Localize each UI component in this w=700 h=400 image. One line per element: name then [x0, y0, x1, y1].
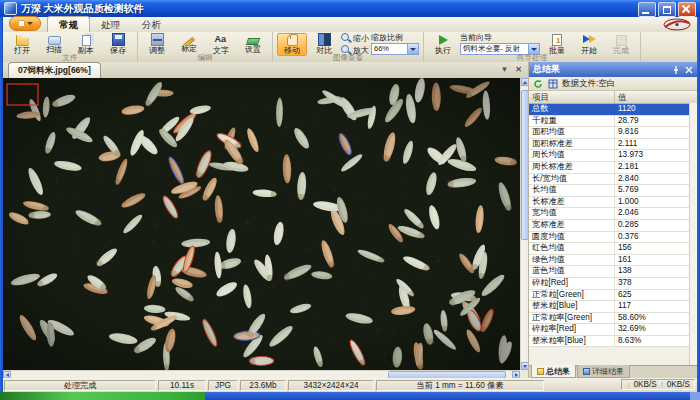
- results-table: 项目 值 总数1120千粒重28.79面积均值9.816面积标准差2.111周长…: [529, 91, 697, 365]
- result-row[interactable]: 面积均值9.816: [529, 127, 697, 139]
- ribbon: 打开扫描副本保存文件调整标定文字设置编辑移动对比缩小放大缩放比例66%图像查看执…: [3, 32, 697, 63]
- result-row[interactable]: 正常粒[Green]625: [529, 290, 697, 302]
- results-bottom-tabs: 总结果 详细结果: [529, 365, 697, 378]
- column-header-value[interactable]: 值: [615, 91, 697, 103]
- scanner-icon: [48, 36, 61, 45]
- tab-analysis[interactable]: 分析: [131, 17, 172, 32]
- result-row[interactable]: 周长均值13.973: [529, 150, 697, 162]
- result-row[interactable]: 绿色均值161: [529, 255, 697, 267]
- result-item-name: 长/宽均值: [529, 174, 615, 185]
- panel-close-icon[interactable]: [684, 65, 694, 75]
- result-row[interactable]: 宽均值2.046: [529, 208, 697, 220]
- brand-logo: [662, 17, 692, 32]
- minimize-button[interactable]: [638, 2, 656, 17]
- result-item-value: 58.60%: [615, 313, 697, 324]
- scanner-button[interactable]: 扫描: [39, 33, 69, 55]
- table-scrollbar-track[interactable]: [689, 103, 697, 365]
- result-item-name: 绿色均值: [529, 255, 615, 266]
- result-item-value: 13.973: [615, 150, 697, 161]
- open-folder-button[interactable]: 打开: [7, 32, 37, 56]
- result-item-value: 0.376: [615, 232, 697, 243]
- result-row[interactable]: 千粒重28.79: [529, 116, 697, 128]
- result-item-value: 2.181: [615, 162, 697, 173]
- eraser-button[interactable]: 设置: [238, 34, 268, 55]
- refresh-icon[interactable]: [532, 78, 544, 90]
- result-item-value: 0.285: [615, 220, 697, 231]
- result-item-name: 正常粒[Green]: [529, 290, 615, 301]
- status-segment: 23.6Mb: [240, 380, 286, 391]
- result-row[interactable]: 周长标准差2.181: [529, 162, 697, 174]
- result-row[interactable]: 长/宽均值2.840: [529, 174, 697, 186]
- result-row[interactable]: 长标准差1.000: [529, 197, 697, 209]
- tab-general[interactable]: 常规: [47, 16, 90, 32]
- result-item-name: 面积均值: [529, 127, 615, 138]
- result-row[interactable]: 红色均值156: [529, 243, 697, 255]
- ribbon-group-items: 调整标定文字设置: [142, 33, 268, 55]
- calibrate-button[interactable]: 标定: [174, 34, 204, 54]
- ribbon-tab-row: 常规 处理 分析: [3, 17, 697, 32]
- pin-icon[interactable]: [671, 65, 681, 75]
- window-title: 万深 大米外观品质检测软件: [21, 2, 144, 16]
- finish-icon: [616, 35, 627, 46]
- play-icon: [439, 35, 448, 45]
- scrollbar-corner: [520, 370, 528, 378]
- result-row[interactable]: 蓝色均值138: [529, 266, 697, 278]
- result-row[interactable]: 圆度均值0.376: [529, 232, 697, 244]
- result-row[interactable]: 整米粒率[Blue]8.63%: [529, 336, 697, 348]
- result-item-name: 面积标准差: [529, 139, 615, 150]
- image-viewer-pane: 07饲料米.jpg[66%] ▼ ✕: [3, 62, 528, 378]
- close-button[interactable]: [678, 2, 696, 17]
- result-item-name: 碎粒率[Red]: [529, 324, 615, 335]
- column-header-item[interactable]: 项目: [529, 91, 615, 103]
- image-document-tab[interactable]: 07饲料米.jpg[66%]: [8, 62, 101, 78]
- tab-close-icon[interactable]: ✕: [513, 64, 524, 75]
- save-button[interactable]: 保存: [103, 32, 133, 56]
- result-item-name: 千粒重: [529, 116, 615, 127]
- result-item-name: 整米粒[Blue]: [529, 301, 615, 312]
- tab-detail-label: 详细结果: [592, 366, 624, 377]
- result-row[interactable]: 面积标准差2.111: [529, 139, 697, 151]
- vertical-scrollbar[interactable]: [520, 78, 528, 370]
- small-button[interactable]: 缩小: [341, 33, 369, 43]
- application-menu-button[interactable]: [9, 16, 41, 31]
- result-row[interactable]: 整米粒[Blue]117: [529, 301, 697, 313]
- play-button[interactable]: 执行: [428, 33, 458, 56]
- hand-button[interactable]: 移动: [277, 33, 307, 56]
- horizontal-scrollbar[interactable]: [3, 370, 520, 378]
- resize-grip[interactable]: [690, 392, 700, 400]
- ribbon-group: 执行当前向导饲料米全要- 反射批量开始完成向导处理: [424, 32, 641, 62]
- combo-box[interactable]: 66%: [371, 43, 419, 55]
- combo-dropdown-icon[interactable]: [528, 44, 539, 54]
- result-row[interactable]: 长均值5.769: [529, 185, 697, 197]
- result-row[interactable]: 碎粒[Red]378: [529, 278, 697, 290]
- results-toolbar: 数据文件:空白: [529, 77, 697, 91]
- result-row[interactable]: 宽标准差0.285: [529, 220, 697, 232]
- result-item-value: 5.769: [615, 185, 697, 196]
- result-item-value: 2.840: [615, 174, 697, 185]
- result-row[interactable]: 正常粒率[Green]58.60%: [529, 313, 697, 325]
- start-button[interactable]: 开始: [574, 32, 604, 56]
- ribbon-group: 移动对比缩小放大缩放比例66%图像查看: [273, 32, 424, 62]
- result-item-name: 正常粒率[Green]: [529, 313, 615, 324]
- combo-caption: 当前向导: [460, 34, 540, 42]
- title-bar[interactable]: 万深 大米外观品质检测软件: [0, 0, 700, 17]
- results-panel: 总结果 数据文件:空白 项目 值 总数1120千粒重28.79面积均值9.816…: [528, 62, 697, 378]
- adjust-button[interactable]: 调整: [142, 32, 172, 56]
- results-table-header[interactable]: 项目 值: [529, 91, 697, 104]
- eraser-icon: [246, 38, 260, 45]
- combo-dropdown-icon[interactable]: [407, 44, 418, 54]
- ribbon-button-label: 设置: [245, 46, 261, 54]
- tab-list-dropdown-icon[interactable]: ▼: [499, 64, 510, 75]
- result-row[interactable]: 碎粒率[Red]32.69%: [529, 324, 697, 336]
- restore-button[interactable]: [658, 2, 676, 17]
- result-item-name: 宽标准差: [529, 220, 615, 231]
- result-row[interactable]: 总数1120: [529, 104, 697, 116]
- result-item-name: 碎粒[Red]: [529, 278, 615, 289]
- specimen-canvas[interactable]: [3, 78, 520, 370]
- data-table-icon[interactable]: [547, 78, 559, 90]
- results-panel-header[interactable]: 总结果: [529, 62, 697, 77]
- tab-processing[interactable]: 处理: [90, 17, 131, 32]
- tab-detailed-results[interactable]: 详细结果: [577, 365, 630, 378]
- ribbon-button-label: 标定: [181, 45, 197, 53]
- tab-summary-results[interactable]: 总结果: [531, 365, 576, 378]
